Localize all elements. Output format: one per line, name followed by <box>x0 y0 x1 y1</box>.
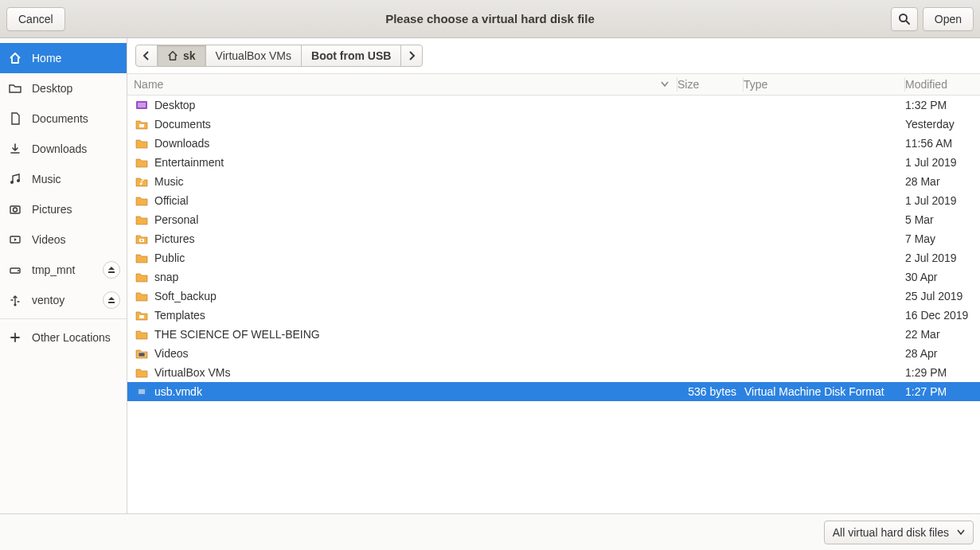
file-row[interactable]: Soft_backup25 Jul 2019 <box>127 287 980 306</box>
file-name: Pictures <box>154 232 679 245</box>
file-modified: 25 Jul 2019 <box>905 290 980 302</box>
folder-icon <box>134 118 150 131</box>
eject-button[interactable] <box>103 261 120 279</box>
sidebar-item-label: Music <box>32 173 61 185</box>
dialog-title: Please choose a virtual hard disk file <box>0 12 980 25</box>
file-row[interactable]: Music28 Mar <box>127 172 980 191</box>
file-row[interactable]: usb.vmdk536 bytesVirtual Machine Disk Fo… <box>127 382 980 401</box>
path-segment-home[interactable]: sk <box>157 45 206 67</box>
path-segment-label: sk <box>183 49 196 62</box>
column-header-size[interactable]: Size <box>677 78 743 91</box>
download-icon <box>8 142 22 156</box>
sidebar-item-pictures[interactable]: Pictures <box>0 194 127 224</box>
sidebar-item-tmp-mnt[interactable]: tmp_mnt <box>0 255 127 285</box>
open-button[interactable]: Open <box>923 7 974 31</box>
file-row[interactable]: Desktop1:32 PM <box>127 96 980 115</box>
home-icon <box>8 51 22 65</box>
file-row[interactable]: Templates16 Dec 2019 <box>127 306 980 325</box>
path-forward-button[interactable] <box>400 45 423 67</box>
music-icon <box>8 172 22 186</box>
sidebar-item-downloads[interactable]: Downloads <box>0 134 127 164</box>
file-modified: 28 Apr <box>905 347 980 360</box>
footer: All virtual hard disk files <box>0 513 980 550</box>
sidebar-item-label: tmp_mnt <box>32 263 75 276</box>
home-icon <box>167 50 178 61</box>
file-row[interactable]: Personal5 Mar <box>127 210 980 229</box>
file-type-filter[interactable]: All virtual hard disk files <box>824 521 974 544</box>
usb-icon <box>8 293 22 307</box>
path-bar: sk VirtualBox VMs Boot from USB <box>127 38 980 73</box>
sidebar-item-label: Documents <box>32 112 88 125</box>
eject-button[interactable] <box>103 291 120 309</box>
file-size: 536 bytes <box>679 385 744 398</box>
path-segment[interactable]: VirtualBox VMs <box>205 45 302 67</box>
file-row[interactable]: Entertainment1 Jul 2019 <box>127 153 980 172</box>
column-header-modified[interactable]: Modified <box>905 78 980 91</box>
file-name: VirtualBox VMs <box>154 366 679 379</box>
document-icon <box>8 111 22 126</box>
file-name: Official <box>154 194 679 207</box>
folder-icon <box>134 175 150 188</box>
column-header-name[interactable]: Name <box>127 78 677 91</box>
chevron-down-icon <box>957 529 965 536</box>
sidebar-item-other-locations[interactable]: Other Locations <box>0 322 127 353</box>
sidebar-item-desktop[interactable]: Desktop <box>0 73 127 103</box>
path-segment[interactable]: Boot from USB <box>301 45 401 67</box>
sidebar-item-videos[interactable]: Videos <box>0 224 127 255</box>
cancel-button[interactable]: Cancel <box>6 7 65 31</box>
file-row[interactable]: Public2 Jul 2019 <box>127 248 980 267</box>
file-modified: 1 Jul 2019 <box>905 156 980 169</box>
camera-icon <box>8 202 22 216</box>
file-modified: 2 Jul 2019 <box>905 252 980 264</box>
sidebar-divider <box>0 318 127 319</box>
svg-point-15 <box>141 240 143 241</box>
file-name: Entertainment <box>154 156 679 169</box>
svg-point-8 <box>18 270 19 271</box>
path-back-button[interactable] <box>135 45 158 67</box>
svg-point-2 <box>10 181 14 184</box>
sidebar-item-home[interactable]: Home <box>0 43 127 73</box>
file-modified: 1:29 PM <box>905 366 980 379</box>
file-modified: 1 Jul 2019 <box>905 194 980 207</box>
file-row[interactable]: VirtualBox VMs1:29 PM <box>127 363 980 382</box>
file-row[interactable]: DocumentsYesterday <box>127 115 980 134</box>
file-name: Public <box>154 252 679 264</box>
file-list[interactable]: Desktop1:32 PMDocumentsYesterdayDownload… <box>127 96 980 513</box>
sort-indicator-icon <box>661 81 677 88</box>
file-row[interactable]: Downloads11:56 AM <box>127 134 980 153</box>
file-row[interactable]: Official1 Jul 2019 <box>127 191 980 210</box>
path-segment-label: Boot from USB <box>311 49 391 62</box>
folder-icon <box>134 99 150 111</box>
sidebar-item-music[interactable]: Music <box>0 164 127 194</box>
folder-icon <box>8 81 22 96</box>
file-modified: 22 Mar <box>905 328 980 341</box>
file-row[interactable]: Pictures7 May <box>127 229 980 248</box>
file-row[interactable]: Videos28 Apr <box>127 344 980 363</box>
folder-icon <box>134 290 150 302</box>
sidebar-item-label: Downloads <box>32 142 87 155</box>
chevron-right-icon <box>408 51 416 60</box>
folder-icon <box>134 137 150 150</box>
svg-rect-12 <box>139 124 144 127</box>
file-row[interactable]: THE SCIENCE OF WELL-BEING22 Mar <box>127 325 980 344</box>
file-modified: 11:56 AM <box>905 137 980 150</box>
sidebar-item-label: Home <box>32 52 61 64</box>
file-modified: 30 Apr <box>905 271 980 283</box>
sidebar-item-ventoy[interactable]: ventoy <box>0 285 127 315</box>
svg-rect-11 <box>138 103 146 107</box>
svg-point-5 <box>14 208 18 212</box>
filter-label: All virtual hard disk files <box>833 526 949 539</box>
svg-rect-17 <box>139 353 145 357</box>
file-row[interactable]: snap30 Apr <box>127 267 980 287</box>
column-header-type[interactable]: Type <box>744 78 904 91</box>
drive-icon <box>8 263 22 277</box>
vmdk-file-icon <box>134 385 150 398</box>
search-button[interactable] <box>891 7 918 31</box>
file-modified: 28 Mar <box>905 175 980 188</box>
file-modified: 16 Dec 2019 <box>905 309 980 322</box>
svg-point-9 <box>14 303 16 306</box>
video-icon <box>8 232 22 247</box>
file-name: Templates <box>154 309 679 322</box>
file-name: THE SCIENCE OF WELL-BEING <box>154 328 679 341</box>
sidebar-item-documents[interactable]: Documents <box>0 103 127 134</box>
